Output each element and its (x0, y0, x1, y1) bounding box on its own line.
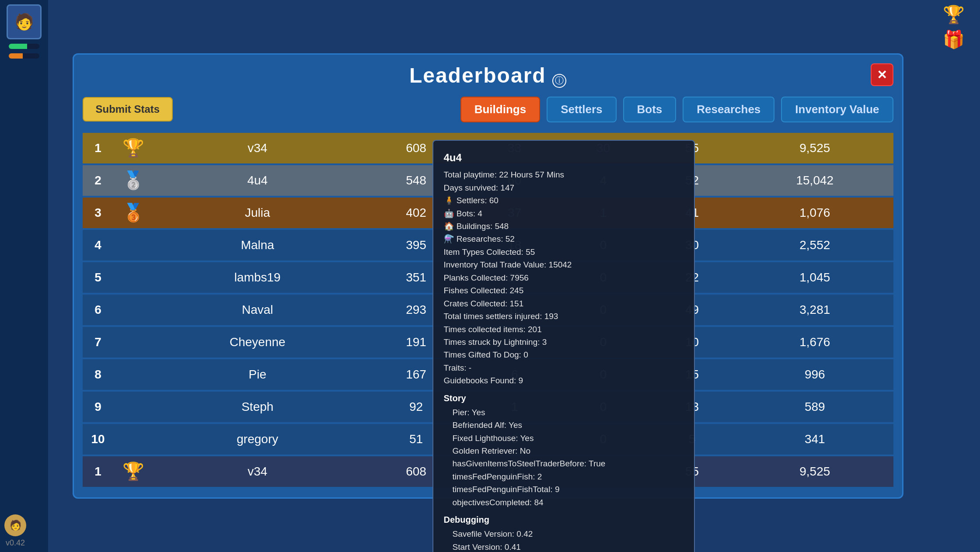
player-avatar: 🧑 (4, 514, 26, 536)
tooltip-researches: ⚗️ Researches: 52 (444, 233, 684, 245)
tooltip-bots: 🤖 Bots: 4 (444, 207, 684, 220)
tooltip-befriended-alf: Befriended Alf: Yes (444, 419, 684, 431)
tooltip-debug-title: Debugging (444, 513, 684, 527)
tooltip-popup: 4u4 Total playtime: 22 Hours 57 Mins Day… (432, 140, 695, 552)
col5-cell: 15,042 (736, 165, 893, 196)
tooltip-inventory-value: Inventory Total Trade Value: 15042 (444, 258, 684, 271)
leaderboard-modal: Leaderboard ⓘ ✕ Submit Stats Buildings S… (73, 53, 903, 499)
tooltip-lightning: Times struck by Lightning: 3 (444, 336, 684, 348)
tooltip-start-version: Start Version: 0.41 (444, 541, 684, 552)
player-name-cell: Cheyenne (153, 327, 362, 358)
tab-bots[interactable]: Bots (623, 97, 677, 122)
bots-icon: 🤖 (444, 209, 454, 218)
col5-cell: 341 (736, 424, 893, 455)
rank-cell: 5 (83, 262, 114, 293)
researches-icon: ⚗️ (444, 234, 454, 243)
modal-header: Leaderboard ⓘ ✕ (83, 63, 893, 88)
rank-cell: 7 (83, 327, 114, 358)
tooltip-pier: Pier: Yes (444, 406, 684, 419)
medal-cell: 🥉 (114, 198, 153, 228)
medal-cell (114, 262, 153, 293)
rank-cell: 8 (83, 359, 114, 390)
submit-stats-button[interactable]: Submit Stats (83, 97, 173, 122)
col5-cell: 589 (736, 392, 893, 422)
col5-cell: 996 (736, 359, 893, 390)
col5-cell: 9,525 (736, 133, 893, 163)
left-panel: 🧑 (0, 0, 48, 552)
tooltip-fishes: Fishes Collected: 245 (444, 284, 684, 297)
player-name-cell: Julia (153, 198, 362, 228)
tooltip-savefile: Savefile Version: 0.42 (444, 528, 684, 540)
col5-cell: 1,076 (736, 198, 893, 228)
rank-cell: 9 (83, 392, 114, 422)
tab-researches[interactable]: Researches (683, 97, 774, 122)
close-button[interactable]: ✕ (871, 63, 893, 86)
tooltip-collected-items: Times collected items: 201 (444, 323, 684, 336)
info-icon[interactable]: ⓘ (552, 74, 566, 88)
medal-cell (114, 327, 153, 358)
tooltip-buildings: 🏠 Buildings: 548 (444, 220, 684, 233)
settlers-icon: 🧍 (444, 196, 454, 205)
col5-cell: 1,045 (736, 262, 893, 293)
player-name-cell: 4u4 (153, 165, 362, 196)
footer-rank: 1 (83, 456, 114, 487)
player-name-cell: Naval (153, 295, 362, 325)
tooltip-given-items: hasGivenItemsToSteelTraderBefore: True (444, 457, 684, 470)
modal-title: Leaderboard (409, 64, 546, 87)
rank-cell: 10 (83, 424, 114, 455)
rank-cell: 2 (83, 165, 114, 196)
tooltip-playtime: Total playtime: 22 Hours 57 Mins (444, 168, 684, 181)
tooltip-settlers: 🧍 Settlers: 60 (444, 194, 684, 207)
tooltip-objectives: objectivesCompleted: 84 (444, 496, 684, 509)
player-name-cell: gregory (153, 424, 362, 455)
player-name-cell: Steph (153, 392, 362, 422)
player-name-cell: Malna (153, 230, 362, 260)
player-name-cell: lambs19 (153, 262, 362, 293)
tooltip-golden-retriever: Golden Retriever: No (444, 444, 684, 457)
col5-cell: 1,676 (736, 327, 893, 358)
medal-cell (114, 392, 153, 422)
bottom-left-hud: 🧑 v0.42 (4, 514, 26, 548)
col5-cell: 2,552 (736, 230, 893, 260)
medal-cell (114, 295, 153, 325)
footer-col5: 9,525 (736, 456, 893, 487)
buildings-icon: 🏠 (444, 222, 454, 231)
tooltip-planks: Planks Collected: 7956 (444, 271, 684, 284)
tooltip-traits: Traits: - (444, 361, 684, 374)
player-name-cell: v34 (153, 133, 362, 163)
tooltip-gifted-dog: Times Gifted To Dog: 0 (444, 348, 684, 361)
footer-name: v34 (153, 456, 362, 487)
stamina-bar (9, 53, 39, 59)
tooltip-penguins-fish: timesFedPenguinFish: 2 (444, 470, 684, 483)
tooltip-player-name: 4u4 (444, 149, 684, 166)
rank-cell: 6 (83, 295, 114, 325)
footer-medal: 🏆 (114, 456, 153, 487)
tooltip-penguins-fish-total: timesFedPenguinFishTotal: 9 (444, 483, 684, 496)
toolbar: Submit Stats Buildings Settlers Bots Res… (83, 97, 893, 122)
version-label: v0.42 (6, 538, 25, 548)
tooltip-fixed-lighthouse: Fixed Lighthouse: Yes (444, 432, 684, 444)
col5-cell: 3,281 (736, 295, 893, 325)
rank-cell: 4 (83, 230, 114, 260)
rank-cell: 3 (83, 198, 114, 228)
health-bar (9, 44, 39, 49)
tab-buildings[interactable]: Buildings (460, 97, 540, 122)
medal-cell (114, 359, 153, 390)
tab-settlers[interactable]: Settlers (547, 97, 616, 122)
tooltip-item-types: Item Types Collected: 55 (444, 246, 684, 258)
player-name-cell: Pie (153, 359, 362, 390)
right-icons: 🏆 🎁 (928, 0, 980, 54)
medal-cell: 🏆 (114, 133, 153, 163)
modal-overlay: Leaderboard ⓘ ✕ Submit Stats Buildings S… (48, 0, 928, 552)
tab-inventory-value[interactable]: Inventory Value (781, 97, 893, 122)
tooltip-story-title: Story (444, 392, 684, 405)
tooltip-guidebooks: Guidebooks Found: 9 (444, 374, 684, 387)
medal-cell (114, 424, 153, 455)
tooltip-settlers-injured: Total times settlers injured: 193 (444, 310, 684, 323)
medal-cell (114, 230, 153, 260)
tooltip-days: Days survived: 147 (444, 181, 684, 194)
medal-cell: 🥈 (114, 165, 153, 196)
avatar: 🧑 (7, 4, 42, 39)
tooltip-crates: Crates Collected: 151 (444, 297, 684, 310)
rank-cell: 1 (83, 133, 114, 163)
